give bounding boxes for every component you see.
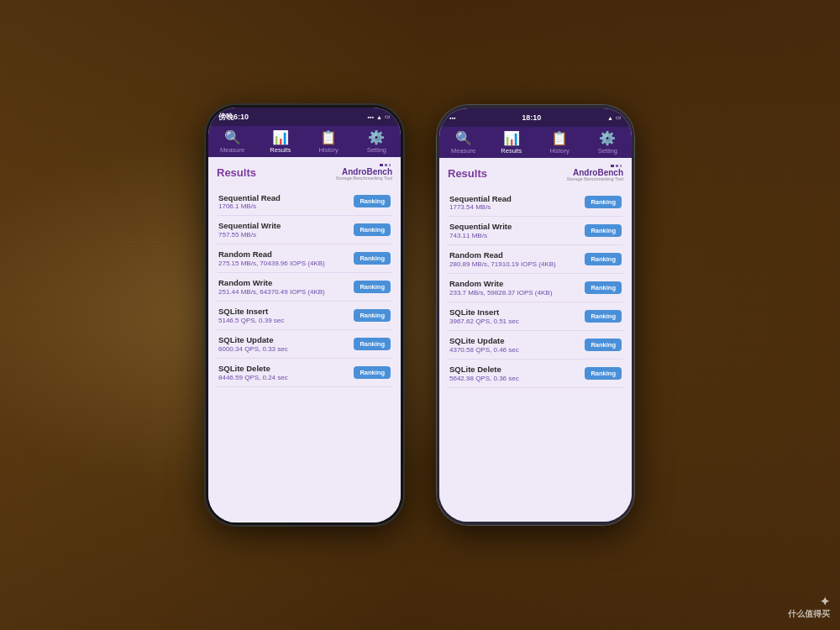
phone-left-wrapper: 傍晚6:10 ▪▪▪ ▲ ▭ 🔍 Measure 📊 Results (206, 105, 403, 525)
results-header-right: Results AndroBench Storage Benchmarking … (448, 165, 623, 182)
benchmark-list-right: Sequential Read 1773.54 MB/s Ranking Seq… (448, 189, 623, 389)
table-row: SQLite Update 6000.34 QPS, 0.33 sec Rank… (217, 330, 392, 359)
bench-name-0: Sequential Read (449, 194, 512, 203)
bar-seg-r1 (611, 165, 614, 167)
table-row: SQLite Delete 5642.98 QPS, 0.36 sec Rank… (448, 360, 623, 388)
bench-info-5: SQLite Update 4370.58 QPS, 0.46 sec (449, 336, 519, 354)
table-row: SQLite Update 4370.58 QPS, 0.46 sec Rank… (448, 331, 623, 360)
ranking-button-2[interactable]: Ranking (585, 253, 622, 265)
nav-results-left[interactable]: 📊 Results (256, 131, 304, 154)
table-row: Sequential Read 1706.1 MB/s Ranking (217, 188, 392, 217)
nav-measure-right[interactable]: 🔍 Measure (439, 132, 487, 155)
nav-history-left[interactable]: 📋 History (305, 131, 353, 154)
ranking-button-1[interactable]: Ranking (354, 223, 391, 236)
bench-info-6: SQLite Delete 8446.59 QPS, 0.24 sec (218, 364, 288, 381)
nav-setting-left[interactable]: ⚙️ Setting (353, 131, 401, 154)
bar-seg-r3 (620, 165, 622, 167)
measure-icon-left: 🔍 (224, 131, 241, 144)
status-icons-right-left: ▪▪▪ (449, 115, 455, 121)
ranking-button-0[interactable]: Ranking (585, 196, 622, 208)
nav-history-label-left: History (318, 146, 338, 154)
bench-info-4: SQLite Insert 5146.5 QPS, 0.39 sec (218, 307, 284, 324)
bench-value-5: 4370.58 QPS, 0.46 sec (449, 346, 519, 354)
ranking-button-5[interactable]: Ranking (354, 338, 391, 350)
ranking-button-3[interactable]: Ranking (354, 281, 391, 293)
history-icon-right: 📋 (551, 132, 568, 145)
bench-info-2: Random Read 275.15 MB/s, 70439.96 IOPS (… (218, 249, 325, 267)
bar-seg-2 (385, 164, 387, 166)
bar-seg-r2 (616, 165, 618, 167)
status-bar-right: ▪▪▪ 18:10 ▲ ▭ (439, 108, 632, 127)
content-right: Results AndroBench Storage Benchmarking … (439, 158, 632, 522)
nav-bar-left: 🔍 Measure 📊 Results 📋 History ⚙️ Setting (208, 126, 401, 157)
bench-name-2: Random Read (449, 250, 556, 260)
bench-value-3: 251.44 MB/s, 64370.49 IOPS (4KB) (218, 288, 325, 297)
table-row: Random Write 251.44 MB/s, 64370.49 IOPS … (217, 273, 392, 302)
ranking-button-6[interactable]: Ranking (585, 367, 622, 380)
results-icon-left: 📊 (272, 131, 289, 144)
ranking-button-2[interactable]: Ranking (354, 252, 391, 265)
bench-info-0: Sequential Read 1773.54 MB/s (449, 194, 512, 212)
measure-icon-right: 🔍 (455, 132, 472, 145)
table-row: Random Read 280.89 MB/s, 71910.19 IOPS (… (448, 245, 623, 274)
ranking-button-4[interactable]: Ranking (585, 310, 622, 323)
nav-results-label-right: Results (501, 147, 522, 155)
bench-value-2: 275.15 MB/s, 70439.96 IOPS (4KB) (218, 260, 325, 268)
bench-name-5: SQLite Update (449, 336, 519, 345)
bench-value-1: 743.11 MB/s (449, 232, 512, 240)
table-row: Sequential Write 743.11 MB/s Ranking (448, 217, 623, 245)
bench-name-2: Random Read (218, 249, 325, 259)
battery-icon-right: ▭ (616, 114, 622, 121)
nav-results-right[interactable]: 📊 Results (487, 132, 535, 155)
bench-info-1: Sequential Write 757.55 MB/s (218, 221, 281, 239)
bench-info-2: Random Read 280.89 MB/s, 71910.19 IOPS (… (449, 250, 556, 268)
ranking-button-4[interactable]: Ranking (354, 309, 391, 322)
androbench-logo-right: AndroBench Storage Benchmarking Tool (567, 165, 623, 182)
wifi-icon-left: ▲ (376, 114, 382, 120)
bench-info-5: SQLite Update 6000.34 QPS, 0.33 sec (218, 335, 288, 353)
ranking-button-1[interactable]: Ranking (585, 224, 622, 237)
androbench-bar-left (380, 164, 391, 166)
table-row: SQLite Insert 3967.62 QPS, 0.51 sec Rank… (448, 302, 623, 331)
results-title-right: Results (448, 167, 487, 180)
ranking-button-0[interactable]: Ranking (354, 195, 391, 207)
bench-name-1: Sequential Write (449, 222, 512, 231)
bench-value-6: 5642.98 QPS, 0.36 sec (449, 375, 519, 383)
bench-value-1: 757.55 MB/s (218, 231, 281, 239)
bench-name-4: SQLite Insert (218, 307, 284, 316)
nav-setting-label-right: Setting (598, 147, 617, 155)
nav-history-right[interactable]: 📋 History (536, 132, 584, 155)
phone-right-wrapper: ▪▪▪ 18:10 ▲ ▭ 🔍 Measure 📊 Results (437, 105, 634, 525)
bench-info-4: SQLite Insert 3967.62 QPS, 0.51 sec (449, 307, 519, 325)
status-icons-right: ▲ ▭ (607, 114, 622, 121)
status-icons-left: ▪▪▪ ▲ ▭ (368, 113, 391, 120)
nav-measure-left[interactable]: 🔍 Measure (208, 131, 256, 154)
nav-results-label-left: Results (270, 146, 291, 154)
bar-seg-3 (389, 164, 391, 166)
bench-value-4: 5146.5 QPS, 0.39 sec (218, 317, 284, 325)
bench-name-3: Random Write (449, 279, 552, 288)
ranking-button-3[interactable]: Ranking (585, 281, 622, 294)
nav-history-label-right: History (549, 147, 569, 155)
bench-name-4: SQLite Insert (449, 307, 519, 317)
bench-value-6: 8446.59 QPS, 0.24 sec (218, 374, 288, 382)
ranking-button-6[interactable]: Ranking (354, 366, 391, 379)
watermark-icon: ✦ (788, 595, 830, 608)
bench-value-0: 1773.54 MB/s (449, 203, 512, 212)
phone-right-screen: ▪▪▪ 18:10 ▲ ▭ 🔍 Measure 📊 Results (439, 108, 632, 522)
ranking-button-5[interactable]: Ranking (585, 339, 622, 351)
results-title-left: Results (217, 166, 256, 179)
wifi-icon-right: ▲ (607, 115, 613, 121)
history-icon-left: 📋 (320, 131, 337, 144)
battery-icon-left: ▭ (385, 113, 391, 120)
setting-icon-right: ⚙️ (599, 132, 616, 145)
results-header-left: Results AndroBench Storage Benchmarking … (217, 164, 392, 181)
brand-sub-left: Storage Benchmarking Tool (336, 176, 392, 181)
bench-name-6: SQLite Delete (218, 364, 288, 373)
bench-name-1: Sequential Write (218, 221, 281, 230)
signal-icon-left: ▪▪▪ (368, 114, 374, 120)
nav-setting-right[interactable]: ⚙️ Setting (584, 132, 632, 155)
bench-value-3: 233.7 MB/s, 59828.37 IOPS (4KB) (449, 289, 552, 297)
phone-left-screen: 傍晚6:10 ▪▪▪ ▲ ▭ 🔍 Measure 📊 Results (208, 108, 401, 522)
androbench-bar-right (611, 165, 622, 167)
